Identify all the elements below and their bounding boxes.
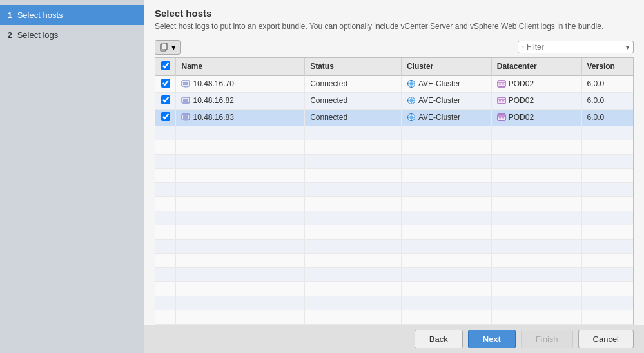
sidebar: 1 Select hosts 2 Select logs <box>0 0 144 353</box>
table-row-empty <box>155 281 633 296</box>
row-checkbox-cell[interactable] <box>155 75 176 92</box>
row-datacenter: POD02 <box>491 92 581 109</box>
row-cluster: AVE-Cluster <box>401 75 491 92</box>
row-datacenter: POD02 <box>491 75 581 92</box>
sidebar-item-number-2: 2 <box>8 31 12 40</box>
svg-rect-1 <box>162 43 167 50</box>
export-button[interactable]: ▾ <box>155 40 181 55</box>
footer: Back Next Finish Cancel <box>144 325 644 353</box>
svg-rect-28 <box>499 100 501 102</box>
table-row[interactable]: 10.48.16.82 Connected AVE-Cluster <box>155 92 633 109</box>
svg-rect-13 <box>498 81 505 87</box>
back-button[interactable]: Back <box>415 330 463 348</box>
hosts-table: Name Status Cluster Datacenter Version <box>155 57 634 325</box>
row-checkbox-cell[interactable] <box>155 92 176 109</box>
svg-point-21 <box>409 99 413 102</box>
table-row-empty <box>155 239 633 253</box>
search-icon <box>522 43 524 51</box>
svg-rect-31 <box>183 115 188 119</box>
table-row-empty <box>155 296 633 310</box>
sidebar-item-label-2: Select logs <box>17 30 59 40</box>
row-version: 6.0.0 <box>581 109 633 126</box>
svg-rect-16 <box>502 84 504 85</box>
table-row[interactable]: 10.48.16.70 Connected AVE-Cluster <box>155 75 633 92</box>
header-datacenter: Datacenter <box>491 58 581 76</box>
svg-rect-15 <box>499 84 501 85</box>
toolbar: ▾ ▾ <box>155 40 634 55</box>
header-name: Name <box>176 58 305 76</box>
sidebar-item-label-1: Select hosts <box>17 10 63 20</box>
svg-rect-32 <box>184 120 188 121</box>
table-row-empty <box>155 310 633 324</box>
table-row-empty <box>155 154 633 168</box>
svg-rect-5 <box>183 82 188 85</box>
row-status: Connected <box>305 75 402 92</box>
row-cluster: AVE-Cluster <box>401 109 491 126</box>
svg-point-8 <box>409 82 413 86</box>
main-panel: Select hosts Select host logs to put int… <box>144 0 644 353</box>
row-checkbox[interactable] <box>161 95 170 104</box>
row-version: 6.0.0 <box>581 92 633 109</box>
row-datacenter: POD02 <box>491 109 581 126</box>
row-cluster: AVE-Cluster <box>401 92 491 109</box>
table-row-empty <box>155 140 633 154</box>
content-area: Select hosts Select host logs to put int… <box>144 0 644 325</box>
table-header-row: Name Status Cluster Datacenter Version <box>155 58 633 76</box>
export-icon-caret: ▾ <box>171 43 176 52</box>
cancel-button[interactable]: Cancel <box>578 330 634 348</box>
finish-button: Finish <box>521 330 573 348</box>
table-row-empty <box>155 168 633 182</box>
toolbar-left: ▾ <box>155 40 181 55</box>
svg-rect-19 <box>184 103 188 104</box>
row-checkbox[interactable] <box>161 112 170 121</box>
svg-rect-42 <box>502 117 504 119</box>
row-checkbox[interactable] <box>161 79 170 88</box>
filter-box[interactable]: ▾ <box>518 41 634 53</box>
svg-rect-39 <box>498 114 505 120</box>
svg-rect-29 <box>502 100 504 102</box>
svg-rect-6 <box>184 86 188 88</box>
svg-point-2 <box>522 46 523 48</box>
header-status: Status <box>305 58 402 76</box>
row-status: Connected <box>305 109 402 126</box>
row-name: 10.48.16.83 <box>176 109 305 126</box>
svg-line-3 <box>523 48 524 48</box>
row-version: 6.0.0 <box>581 75 633 92</box>
table-row-empty <box>155 126 633 140</box>
select-all-checkbox[interactable] <box>161 61 170 70</box>
row-name: 10.48.16.82 <box>176 92 305 109</box>
table-row-empty <box>155 225 633 239</box>
sidebar-item-number-1: 1 <box>8 11 12 20</box>
svg-point-34 <box>409 116 413 119</box>
header-version: Version <box>581 58 633 76</box>
sidebar-item-select-hosts[interactable]: 1 Select hosts <box>0 5 144 25</box>
row-status: Connected <box>305 92 402 109</box>
table-row-empty <box>155 182 633 196</box>
page-title: Select hosts <box>155 8 634 19</box>
filter-input[interactable] <box>527 43 623 52</box>
table-row-empty <box>155 253 633 267</box>
header-cluster: Cluster <box>401 58 491 76</box>
next-button[interactable]: Next <box>468 330 516 348</box>
svg-rect-41 <box>499 117 501 119</box>
table-row-empty <box>155 211 633 225</box>
table-row-empty <box>155 267 633 281</box>
table-row[interactable]: 10.48.16.83 Connected AVE-Cluster <box>155 109 633 126</box>
svg-rect-18 <box>183 99 188 102</box>
row-checkbox-cell[interactable] <box>155 109 176 126</box>
sidebar-item-select-logs[interactable]: 2 Select logs <box>0 25 144 45</box>
filter-dropdown-icon[interactable]: ▾ <box>626 44 629 51</box>
header-checkbox-col <box>155 58 176 76</box>
row-name: 10.48.16.70 <box>176 75 305 92</box>
copy-icon <box>159 43 168 52</box>
page-subtitle: Select host logs to put into an export b… <box>155 21 634 32</box>
table-row-empty <box>155 196 633 211</box>
svg-rect-26 <box>498 97 505 104</box>
